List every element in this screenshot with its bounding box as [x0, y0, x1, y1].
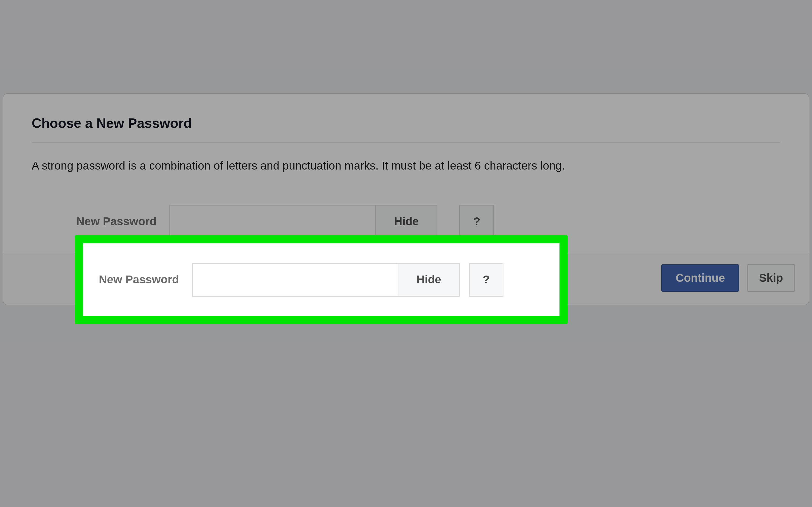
modal-overlay: [0, 0, 812, 507]
